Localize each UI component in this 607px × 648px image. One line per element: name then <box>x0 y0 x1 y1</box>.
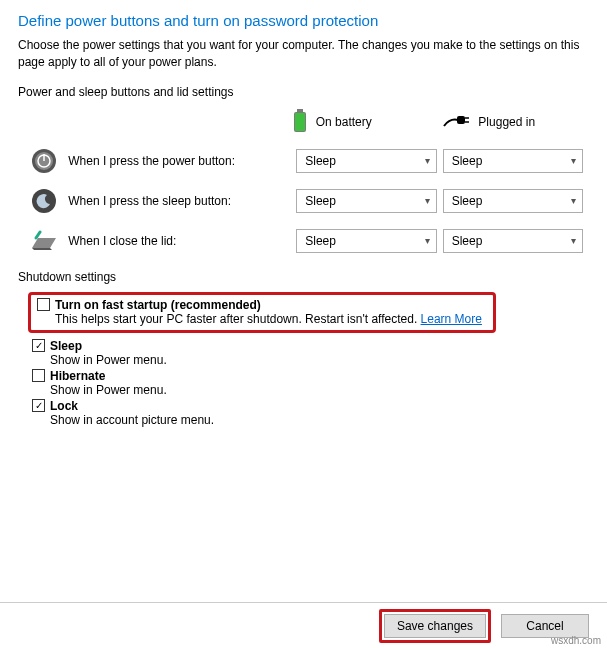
dropdown-power-plugged[interactable]: Sleep▾ <box>443 149 583 173</box>
lid-icon <box>30 226 58 256</box>
column-header-plugged-label: Plugged in <box>478 115 535 129</box>
row-label-power: When I press the power button: <box>68 154 296 168</box>
checkbox-lock[interactable] <box>32 399 45 412</box>
dropdown-power-battery[interactable]: Sleep▾ <box>296 149 436 173</box>
page-description: Choose the power settings that you want … <box>18 37 589 71</box>
highlight-fast-startup: Turn on fast startup (recommended) This … <box>28 292 496 333</box>
dropdown-sleep-battery[interactable]: Sleep▾ <box>296 189 436 213</box>
dropdown-lid-battery[interactable]: Sleep▾ <box>296 229 436 253</box>
save-button[interactable]: Save changes <box>384 614 486 638</box>
chevron-down-icon: ▾ <box>571 155 576 166</box>
dropdown-lid-plugged[interactable]: Sleep▾ <box>443 229 583 253</box>
checkbox-fast-startup[interactable] <box>37 298 50 311</box>
learn-more-link[interactable]: Learn More <box>421 312 482 326</box>
checkbox-hibernate[interactable] <box>32 369 45 382</box>
plug-icon <box>442 112 470 133</box>
chevron-down-icon: ▾ <box>425 195 430 206</box>
battery-icon <box>292 109 308 136</box>
page-title: Define power buttons and turn on passwor… <box>18 12 589 29</box>
checkbox-sleep[interactable] <box>32 339 45 352</box>
checkbox-label-fast-startup: Turn on fast startup (recommended) <box>55 298 261 312</box>
chevron-down-icon: ▾ <box>571 195 576 206</box>
watermark: wsxdh.com <box>551 635 601 646</box>
chevron-down-icon: ▾ <box>425 235 430 246</box>
row-label-lid: When I close the lid: <box>68 234 296 248</box>
sleep-desc: Show in Power menu. <box>50 353 589 367</box>
column-header-plugged: Plugged in <box>442 112 589 133</box>
section-label-buttons: Power and sleep buttons and lid settings <box>18 85 589 99</box>
sleep-button-icon <box>30 186 58 216</box>
highlight-save-button: Save changes <box>379 609 491 643</box>
hibernate-desc: Show in Power menu. <box>50 383 589 397</box>
chevron-down-icon: ▾ <box>571 235 576 246</box>
column-header-battery: On battery <box>292 109 439 136</box>
fast-startup-desc: This helps start your PC faster after sh… <box>55 312 421 326</box>
column-header-battery-label: On battery <box>316 115 372 129</box>
svg-rect-3 <box>457 116 465 124</box>
checkbox-label-sleep: Sleep <box>50 339 82 353</box>
dropdown-sleep-plugged[interactable]: Sleep▾ <box>443 189 583 213</box>
row-label-sleep: When I press the sleep button: <box>68 194 296 208</box>
svg-rect-0 <box>297 109 303 112</box>
cancel-button[interactable]: Cancel <box>501 614 589 638</box>
chevron-down-icon: ▾ <box>425 155 430 166</box>
section-label-shutdown: Shutdown settings <box>18 270 589 284</box>
checkbox-label-lock: Lock <box>50 399 78 413</box>
footer: Save changes Cancel <box>0 602 607 648</box>
lock-desc: Show in account picture menu. <box>50 413 589 427</box>
checkbox-label-hibernate: Hibernate <box>50 369 105 383</box>
power-button-icon <box>30 146 58 176</box>
svg-rect-2 <box>295 113 305 131</box>
